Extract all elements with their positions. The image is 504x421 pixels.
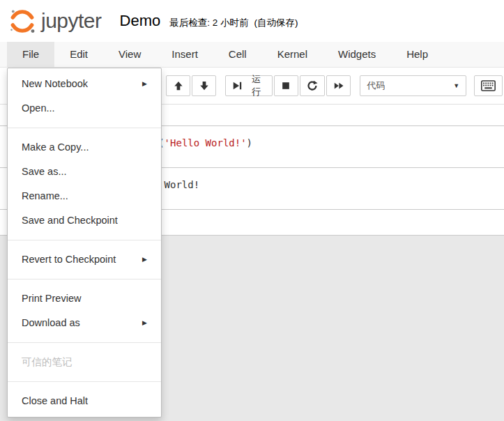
- command-palette-button[interactable]: [474, 75, 503, 96]
- menu-item-label: Revert to Checkpoint: [22, 250, 116, 269]
- arrow-up-icon: [174, 81, 183, 91]
- menu-item-print-preview[interactable]: Print Preview: [8, 286, 161, 311]
- menu-item-make-a-copy[interactable]: Make a Copy...: [8, 135, 161, 160]
- run-group: 运行: [225, 75, 352, 96]
- menu-divider: [8, 240, 161, 240]
- restart-icon: [307, 80, 318, 91]
- keyboard-icon: [481, 80, 496, 91]
- menu-item-revert-to-checkpoint[interactable]: Revert to Checkpoint ▶: [8, 247, 161, 272]
- menu-divider: [8, 381, 161, 382]
- menu-divider: [8, 128, 161, 128]
- code-paren-close: ): [247, 137, 252, 148]
- chevron-down-icon: ▼: [453, 82, 459, 89]
- move-cell-group: [166, 75, 217, 96]
- submenu-arrow-icon: ▶: [142, 75, 147, 93]
- menubar: File Edit View Insert Cell Kernel Widget…: [0, 42, 504, 68]
- menu-item-label: Rename...: [22, 187, 68, 206]
- logo-text: jupyter: [41, 9, 102, 33]
- menubar-item-view[interactable]: View: [103, 42, 156, 67]
- menu-item-label: Make a Copy...: [22, 138, 89, 157]
- menu-item-label: New Notebook: [22, 75, 88, 93]
- menu-item-trusted-notebook: 可信的笔记: [8, 350, 161, 374]
- menubar-item-help[interactable]: Help: [391, 42, 443, 67]
- menu-item-label: Close and Halt: [22, 392, 88, 411]
- run-button[interactable]: 运行: [225, 75, 273, 96]
- header: jupyter Demo 最后检查: 2 小时前 (自动保存): [0, 0, 504, 42]
- checkpoint-status: 最后检查: 2 小时前: [169, 17, 248, 29]
- menubar-item-cell[interactable]: Cell: [213, 42, 262, 67]
- submenu-arrow-icon: ▶: [142, 314, 147, 332]
- menu-item-rename[interactable]: Rename...: [8, 184, 161, 208]
- menu-item-close-and-halt[interactable]: Close and Halt: [8, 389, 161, 413]
- menu-item-label: Save as...: [22, 162, 66, 181]
- menubar-item-file[interactable]: File: [7, 42, 54, 67]
- file-menu-list: New Notebook ▶ Open... Make a Copy... Sa…: [8, 72, 161, 413]
- menu-item-open[interactable]: Open...: [8, 96, 161, 121]
- autosave-status: (自动保存): [254, 17, 298, 29]
- arrow-down-icon: [199, 81, 209, 91]
- jupyter-logo-icon: [8, 8, 36, 34]
- menu-item-label: Save and Checkpoint: [22, 211, 118, 230]
- menu-item-label: 可信的笔记: [22, 353, 72, 372]
- menu-item-label: Download as: [22, 314, 80, 332]
- notebook-title[interactable]: Demo: [120, 12, 161, 30]
- run-button-label: 运行: [247, 73, 266, 98]
- code-string: 'Hello World!': [165, 137, 247, 148]
- menu-item-save-as[interactable]: Save as...: [8, 160, 161, 184]
- menu-item-label: Open...: [22, 99, 55, 118]
- stop-icon: [281, 81, 291, 91]
- jupyter-logo[interactable]: jupyter: [8, 8, 102, 34]
- menu-divider: [8, 342, 161, 343]
- fast-forward-icon: [333, 81, 344, 91]
- menu-item-new-notebook[interactable]: New Notebook ▶: [8, 72, 161, 96]
- menu-item-label: Print Preview: [22, 289, 81, 308]
- step-forward-icon: [232, 81, 243, 91]
- move-cell-down-button[interactable]: [192, 75, 216, 96]
- move-cell-up-button[interactable]: [166, 75, 190, 96]
- cell-type-value: 代码: [367, 79, 385, 92]
- restart-kernel-button[interactable]: [300, 75, 325, 96]
- file-menu-dropdown: New Notebook ▶ Open... Make a Copy... Sa…: [7, 68, 162, 418]
- title-group: Demo 最后检查: 2 小时前 (自动保存): [120, 12, 298, 30]
- menu-item-download-as[interactable]: Download as ▶: [8, 311, 161, 335]
- menubar-item-insert[interactable]: Insert: [156, 42, 213, 67]
- menu-item-save-and-checkpoint[interactable]: Save and Checkpoint: [8, 208, 161, 233]
- submenu-arrow-icon: ▶: [142, 250, 147, 269]
- menubar-item-widgets[interactable]: Widgets: [323, 42, 391, 67]
- cell-type-select[interactable]: 代码 ▼: [360, 75, 466, 96]
- interrupt-kernel-button[interactable]: [274, 75, 298, 96]
- menubar-item-edit[interactable]: Edit: [54, 42, 103, 67]
- restart-run-all-button[interactable]: [326, 75, 351, 96]
- menubar-item-kernel[interactable]: Kernel: [262, 42, 323, 67]
- menu-divider: [8, 279, 161, 280]
